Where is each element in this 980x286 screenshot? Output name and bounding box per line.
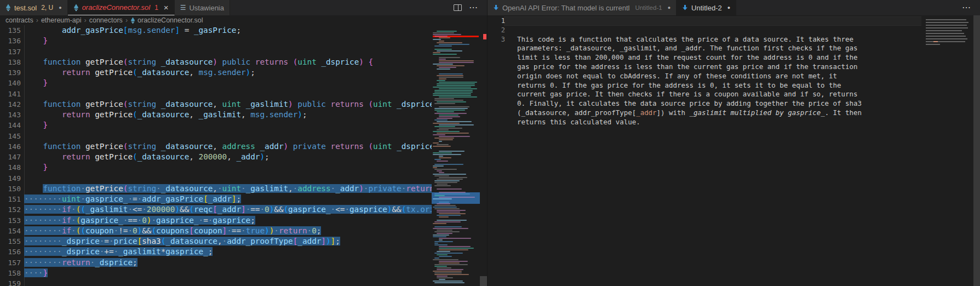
code-line[interactable]: 156········_dsprice·+=·_gaslimit*gaspric… bbox=[0, 247, 432, 257]
minimap-line bbox=[439, 67, 456, 68]
minimap-line bbox=[433, 223, 446, 224]
overview-ruler-error-marker bbox=[483, 34, 486, 39]
minimap-line bbox=[437, 179, 463, 180]
code-line[interactable]: 159 bbox=[0, 278, 432, 286]
code-line[interactable]: 135 addr_gasPrice[msg.sender] = _gasPric… bbox=[0, 25, 432, 36]
split-editor-button[interactable] bbox=[454, 0, 462, 15]
code-line[interactable]: 142 function getPrice(string _datasource… bbox=[0, 99, 432, 110]
editor-more-actions-left[interactable]: ⋯ bbox=[469, 0, 478, 15]
minimap-line bbox=[439, 37, 450, 38]
minimap-line bbox=[437, 68, 450, 70]
breadcrumb-item-file[interactable]: oraclizeConnector.sol bbox=[137, 16, 203, 24]
tab-settings[interactable]: ☰ Ustawienia bbox=[175, 0, 230, 15]
breadcrumb-item[interactable]: contracts bbox=[5, 16, 33, 24]
line-number: 144 bbox=[0, 120, 21, 130]
minimap[interactable] bbox=[925, 18, 973, 52]
minimap-line bbox=[434, 36, 448, 37]
code-line[interactable]: 138 function getPrice(string _datasource… bbox=[0, 57, 432, 67]
scrollbar-slider[interactable] bbox=[480, 276, 487, 286]
editor-more-actions-right[interactable]: ⋯ bbox=[962, 0, 971, 15]
code-line[interactable]: 143 return getPrice(_datasource, _gaslim… bbox=[0, 110, 432, 120]
code-line[interactable]: 155········_dsprice·=·price[sha3(_dataso… bbox=[0, 236, 432, 247]
code-line[interactable]: 151········uint·gasprice_·=·addr_gasPric… bbox=[0, 194, 432, 204]
minimap-line bbox=[439, 261, 468, 262]
code-line[interactable]: 152········if·((_gaslimit·<=·200000)&&(r… bbox=[0, 204, 432, 215]
minimap-line bbox=[433, 52, 440, 53]
minimap-line bbox=[434, 195, 445, 196]
minimap-line bbox=[926, 41, 965, 42]
minimap-line bbox=[439, 77, 463, 78]
minimap-line bbox=[439, 59, 446, 60]
breadcrumb-item[interactable]: ethereum-api bbox=[41, 16, 82, 24]
code-line[interactable]: 153········if·(gasprice_·==·0)·gasprice_… bbox=[0, 215, 432, 226]
text-line[interactable]: 0. Finally, it calculates the data sourc… bbox=[488, 99, 925, 108]
minimap-line bbox=[434, 45, 452, 47]
minimap-line bbox=[437, 133, 469, 134]
tab-oraclizeconnector-sol[interactable]: oraclizeConnector.sol 1 × bbox=[68, 0, 175, 15]
code-line[interactable]: 146 function getPrice(string _datasource… bbox=[0, 141, 432, 152]
code-editor[interactable]: 135 addr_gasPrice[msg.sender] = _gasPric… bbox=[0, 25, 432, 286]
scrollbar[interactable] bbox=[973, 15, 980, 286]
line-number: 2 bbox=[488, 26, 505, 35]
code-line[interactable]: 140 } bbox=[0, 78, 432, 88]
code-line[interactable]: 144 } bbox=[0, 120, 432, 130]
split-editor-icon bbox=[454, 4, 462, 11]
line-number: 138 bbox=[0, 57, 21, 67]
minimap-line bbox=[439, 197, 475, 198]
line-number: 150 bbox=[0, 184, 21, 194]
text-editor[interactable]: 123This code is a function that calculat… bbox=[488, 16, 925, 127]
tab-error-count: 1 bbox=[154, 4, 158, 12]
breadcrumb-item[interactable]: connectors bbox=[89, 16, 123, 24]
minimap-line bbox=[437, 83, 475, 84]
minimap-line bbox=[434, 90, 473, 91]
minimap-line bbox=[926, 27, 968, 28]
minimap-line bbox=[439, 60, 474, 61]
minimap-line bbox=[437, 31, 457, 32]
code-line[interactable]: 139 return getPrice(_datasource, msg.sen… bbox=[0, 67, 432, 78]
tab-label: Ustawienia bbox=[189, 4, 224, 12]
text-line[interactable]: gas price for the address is less than t… bbox=[488, 62, 925, 72]
code-line[interactable]: 136 } bbox=[0, 36, 432, 46]
text-line[interactable]: current gas price. It then checks if the… bbox=[488, 90, 925, 99]
minimap[interactable] bbox=[432, 25, 480, 286]
editor-group-right: OpenAI API Error: That model is currentl… bbox=[487, 0, 980, 286]
minimap-line bbox=[926, 22, 968, 23]
code-line[interactable]: 137 bbox=[0, 47, 432, 57]
code-line[interactable]: 147 return getPrice(_datasource, 200000,… bbox=[0, 152, 432, 162]
code-line[interactable]: 158····} bbox=[0, 268, 432, 278]
text-line[interactable]: 3This code is a function that calculates… bbox=[488, 35, 925, 44]
code-line[interactable]: 154········if·((coupon·!=·0)&&(coupons[c… bbox=[0, 226, 432, 236]
code-line[interactable]: 150 function·getPrice(string·_datasource… bbox=[0, 184, 432, 194]
text-line[interactable]: returns this calculated value. bbox=[488, 118, 925, 127]
minimap-line bbox=[434, 138, 454, 139]
minimap-line bbox=[439, 216, 449, 218]
minimap-line bbox=[439, 88, 477, 89]
code-line[interactable]: 145 bbox=[0, 131, 432, 141]
minimap-line bbox=[439, 141, 442, 142]
minimap-line bbox=[434, 119, 448, 121]
minimap-line bbox=[434, 113, 467, 114]
line-number bbox=[488, 118, 505, 127]
text-line[interactable]: 1 bbox=[488, 16, 925, 26]
text-line[interactable]: parameters: _datasource, _gaslimit, and … bbox=[488, 44, 925, 53]
close-icon[interactable]: × bbox=[164, 3, 169, 12]
code-line[interactable]: 148 } bbox=[0, 162, 432, 173]
minimap-line bbox=[437, 203, 450, 204]
minimap-line bbox=[434, 159, 441, 160]
text-line[interactable]: returns 0. If the gas price for the addr… bbox=[488, 81, 925, 90]
minimap-line bbox=[439, 73, 463, 75]
tab-untitled-2[interactable]: Untitled-2 ● bbox=[677, 0, 736, 15]
text-line[interactable]: origin does not equal to cbAddress. If a… bbox=[488, 72, 925, 81]
overview-ruler[interactable] bbox=[480, 15, 487, 286]
code-line[interactable]: 157········return·_dsprice; bbox=[0, 258, 432, 268]
text-line[interactable]: (_datasource, addr_proofType[_addr]) wit… bbox=[488, 108, 925, 118]
code-line[interactable]: 141 bbox=[0, 89, 432, 99]
text-line[interactable]: 2 bbox=[488, 26, 925, 35]
minimap-line bbox=[439, 62, 474, 63]
tab-untitled-1[interactable]: OpenAI API Error: That model is currentl… bbox=[488, 0, 677, 15]
code-line[interactable]: 149 bbox=[0, 173, 432, 184]
minimap-line bbox=[439, 246, 471, 247]
line-number: 3 bbox=[488, 35, 505, 44]
tab-test-sol[interactable]: test.sol 2, U ● bbox=[0, 0, 68, 15]
text-line[interactable]: limit is less than 200,000 and if the re… bbox=[488, 53, 925, 62]
